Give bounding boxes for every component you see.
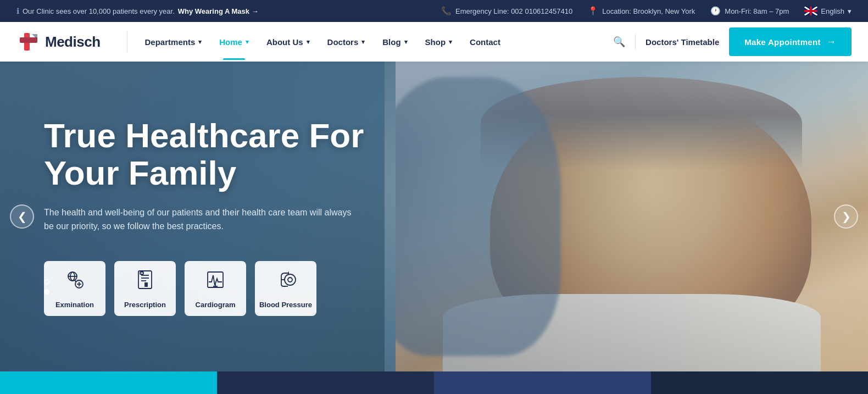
- cardiogram-icon: [203, 268, 227, 295]
- hero-content: True Healthcare For Your Family The heal…: [0, 117, 439, 316]
- top-bar-left: ℹ Our Clinic sees over 10,000 patients e…: [16, 7, 259, 15]
- language-selector[interactable]: English ▾: [804, 7, 852, 15]
- hero-section: ❮ ❯ True Healthcare For Your Family The …: [0, 62, 868, 371]
- bottom-segment-3: [434, 371, 651, 394]
- nav-links: Departments ▾ Home ▾ About Us ▾ Doctors …: [137, 24, 614, 60]
- prescription-label: Prescription: [124, 301, 166, 309]
- chevron-down-icon: ▾: [307, 38, 310, 46]
- nav-divider: [127, 31, 127, 53]
- prescription-icon: [133, 268, 157, 295]
- carousel-prev-button[interactable]: ❮: [10, 204, 34, 229]
- nav-home[interactable]: Home ▾: [212, 24, 257, 60]
- nav-doctors[interactable]: Doctors ▾: [320, 24, 373, 60]
- nav-shop-label: Shop: [425, 37, 446, 47]
- nav-about[interactable]: About Us ▾: [259, 24, 318, 60]
- hero-subtitle: The health and well-being of our patient…: [44, 206, 363, 234]
- logo[interactable]: Medisch: [16, 30, 101, 54]
- carousel-dot-1[interactable]: [44, 279, 49, 285]
- location-info: 📍 Location: Brooklyn, New York: [588, 6, 695, 16]
- nav-blog[interactable]: Blog ▾: [375, 24, 415, 60]
- nav-contact-label: Contact: [470, 37, 500, 47]
- carousel-dots: [44, 279, 49, 295]
- chevron-right-icon: ❯: [842, 210, 851, 223]
- examination-icon: [63, 268, 87, 295]
- service-cards: Exmination Prescription: [44, 261, 396, 316]
- chevron-down-icon: ▾: [404, 38, 408, 46]
- bottom-segment-2: [217, 371, 434, 394]
- nav-contact[interactable]: Contact: [462, 24, 508, 60]
- emergency-label: Emergency Line: 002 010612457410: [455, 7, 572, 15]
- bottom-segment-4: [651, 371, 868, 394]
- chevron-down-icon: ▾: [361, 38, 365, 46]
- blood-pressure-icon: [274, 268, 298, 295]
- carousel-next-button[interactable]: ❯: [834, 204, 858, 229]
- svg-rect-2: [20, 37, 37, 43]
- location-label: Location: Brooklyn, New York: [602, 7, 695, 15]
- language-label: English: [821, 7, 844, 15]
- mask-link[interactable]: Why Wearing A Mask →: [178, 7, 259, 15]
- cardiogram-label: Cardiogram: [196, 301, 236, 309]
- chevron-left-icon: ❮: [18, 210, 27, 223]
- top-bar: ℹ Our Clinic sees over 10,000 patients e…: [0, 0, 868, 22]
- nav-right: 🔍 Doctors' Timetable Make Appointment →: [613, 27, 852, 56]
- clinic-text: Our Clinic sees over 10,000 patients eve…: [23, 7, 175, 15]
- clock-icon: 🕐: [710, 6, 721, 16]
- bottom-bar: [0, 371, 868, 394]
- hero-title: True Healthcare For Your Family: [44, 117, 396, 192]
- nav-shop[interactable]: Shop ▾: [418, 24, 460, 60]
- chevron-down-icon: ▾: [848, 7, 852, 15]
- nav-about-label: About Us: [266, 37, 303, 47]
- chevron-down-icon: ▾: [246, 38, 249, 46]
- svg-rect-7: [140, 272, 143, 274]
- service-card-cardiogram[interactable]: Cardiogram: [185, 261, 246, 316]
- make-appointment-label: Make Appointment: [744, 37, 820, 47]
- navbar: Medisch Departments ▾ Home ▾ About Us ▾ …: [0, 22, 868, 62]
- timetable-link[interactable]: Doctors' Timetable: [646, 37, 719, 47]
- uk-flag-icon: [804, 7, 817, 15]
- time-info: 🕐 Mon-Fri: 8am – 7pm: [710, 6, 789, 16]
- examination-label: Exmination: [55, 301, 94, 309]
- top-bar-right: 📞 Emergency Line: 002 010612457410 📍 Loc…: [441, 6, 852, 16]
- vertical-divider: [635, 34, 636, 50]
- service-card-prescription[interactable]: Prescription: [114, 261, 176, 316]
- make-appointment-button[interactable]: Make Appointment →: [729, 27, 852, 56]
- service-card-examination[interactable]: Exmination: [44, 261, 105, 316]
- nav-departments-label: Departments: [145, 37, 196, 47]
- service-card-blood-pressure[interactable]: Blood Pressure: [255, 261, 316, 316]
- logo-text: Medisch: [45, 34, 101, 51]
- info-icon: ℹ: [16, 7, 19, 15]
- nav-blog-label: Blog: [382, 37, 400, 47]
- arrow-right-icon: →: [826, 36, 836, 48]
- chevron-down-icon: ▾: [198, 38, 202, 46]
- nav-doctors-label: Doctors: [327, 37, 359, 47]
- location-icon: 📍: [588, 6, 598, 16]
- svg-point-10: [288, 278, 292, 282]
- chevron-down-icon: ▾: [449, 38, 452, 46]
- svg-point-9: [285, 274, 296, 285]
- nav-home-label: Home: [219, 37, 242, 47]
- emergency-info: 📞 Emergency Line: 002 010612457410: [441, 6, 572, 16]
- nav-departments[interactable]: Departments ▾: [137, 24, 210, 60]
- search-icon[interactable]: 🔍: [613, 36, 625, 48]
- blood-pressure-label: Blood Pressure: [259, 301, 312, 309]
- carousel-dot-2[interactable]: [44, 289, 49, 295]
- time-label: Mon-Fri: 8am – 7pm: [725, 7, 789, 15]
- logo-icon: [16, 30, 41, 54]
- bottom-segment-1: [0, 371, 217, 394]
- phone-icon: 📞: [441, 6, 452, 16]
